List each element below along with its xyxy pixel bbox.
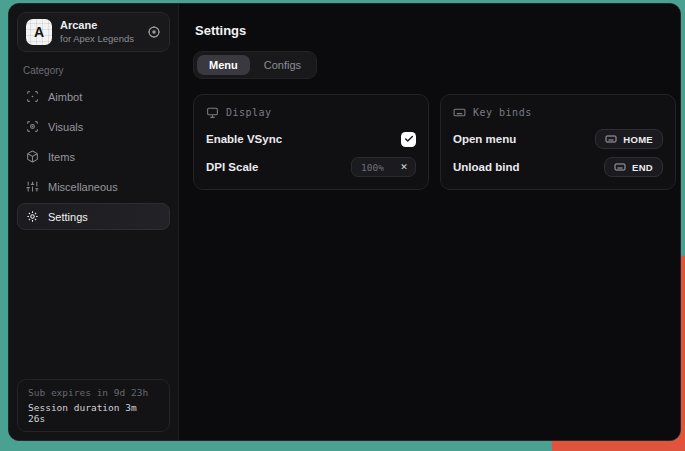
dpi-scale-row: DPI Scale 100% ✕ <box>206 156 416 178</box>
page-title: Settings <box>195 23 676 38</box>
unload-bind-row: Unload bind END <box>453 156 663 178</box>
unload-bind-button[interactable]: END <box>604 157 663 177</box>
open-menu-bind-button[interactable]: HOME <box>595 129 663 149</box>
sidebar: A Arcane for Apex Legends Category <box>9 4 179 440</box>
sidebar-item-visuals[interactable]: Visuals <box>17 113 170 140</box>
crosshair-icon <box>26 90 39 103</box>
dpi-scale-label: DPI Scale <box>206 161 258 173</box>
tab-bar: Menu Configs <box>193 51 317 79</box>
sidebar-item-items[interactable]: Items <box>17 143 170 170</box>
brand-card: A Arcane for Apex Legends <box>17 12 170 52</box>
sidebar-item-label: Items <box>48 151 75 163</box>
app-name: Arcane <box>60 19 134 33</box>
unload-bind-value: END <box>632 162 653 173</box>
sidebar-item-miscellaneous[interactable]: Miscellaneous <box>17 173 170 200</box>
monitor-icon <box>206 106 219 119</box>
app-subtitle: for Apex Legends <box>60 33 134 45</box>
brand-text: Arcane for Apex Legends <box>60 19 134 45</box>
unload-bind-label: Unload bind <box>453 161 519 173</box>
category-label: Category <box>23 65 164 76</box>
sidebar-item-settings[interactable]: Settings <box>17 203 170 230</box>
sidebar-item-label: Settings <box>48 211 88 223</box>
open-menu-bind-value: HOME <box>623 134 653 145</box>
enable-vsync-row: Enable VSync <box>206 128 416 150</box>
app-window: A Arcane for Apex Legends Category <box>8 3 681 441</box>
scope-icon[interactable] <box>147 25 161 39</box>
keybinds-card-title: Key binds <box>473 107 532 118</box>
display-card-header: Display <box>206 106 416 119</box>
open-menu-label: Open menu <box>453 133 516 145</box>
gear-icon <box>26 210 39 223</box>
checkmark-icon <box>404 134 414 144</box>
keybinds-card: Key binds Open menu HOME Unload bin <box>440 94 676 190</box>
display-card-title: Display <box>226 107 272 118</box>
sub-expires-text: Sub expires in 9d 23h <box>28 387 159 398</box>
app-logo: A <box>26 19 52 45</box>
session-duration-text: Session duration 3m 26s <box>28 402 159 424</box>
keyboard-icon <box>605 133 617 145</box>
keyboard-icon <box>453 106 466 119</box>
keyboard-icon <box>614 161 626 173</box>
subscription-info-card: Sub expires in 9d 23h Session duration 3… <box>17 379 170 432</box>
dpi-scale-clear-button[interactable]: ✕ <box>393 158 415 176</box>
settings-cards: Display Enable VSync DPI Scale 100% ✕ <box>193 94 676 190</box>
sliders-icon <box>26 180 39 193</box>
enable-vsync-label: Enable VSync <box>206 133 282 145</box>
scan-eye-icon <box>26 120 39 133</box>
package-icon <box>26 150 39 163</box>
keybinds-card-header: Key binds <box>453 106 663 119</box>
sidebar-nav: Aimbot Visuals Items <box>17 83 170 230</box>
enable-vsync-checkbox[interactable] <box>401 132 416 147</box>
sidebar-item-label: Aimbot <box>48 91 82 103</box>
sidebar-item-label: Miscellaneous <box>48 181 118 193</box>
display-card: Display Enable VSync DPI Scale 100% ✕ <box>193 94 429 190</box>
tab-menu[interactable]: Menu <box>197 55 250 75</box>
tab-configs[interactable]: Configs <box>252 55 313 75</box>
dpi-scale-control: 100% ✕ <box>351 157 416 177</box>
dpi-scale-input[interactable]: 100% <box>352 162 393 173</box>
main-content: Settings Menu Configs Display Enable VSy… <box>179 4 681 440</box>
open-menu-row: Open menu HOME <box>453 128 663 150</box>
sidebar-item-label: Visuals <box>48 121 83 133</box>
sidebar-item-aimbot[interactable]: Aimbot <box>17 83 170 110</box>
